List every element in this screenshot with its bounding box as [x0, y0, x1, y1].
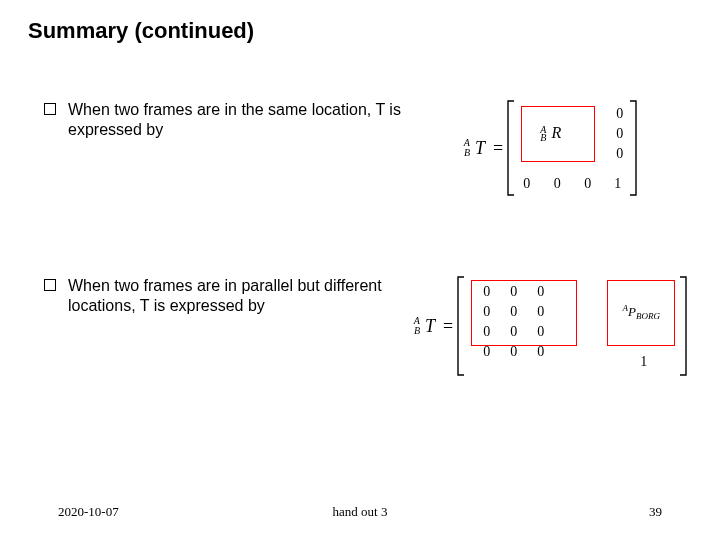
footer: 2020-10-07 hand out 3 39	[0, 504, 720, 520]
eq2-lhs: A B T	[413, 316, 435, 337]
left-bracket-icon	[507, 100, 515, 196]
right-bracket-icon	[679, 276, 687, 376]
eq1-one: 1	[614, 176, 621, 192]
eq2-P-sup: A	[622, 303, 628, 313]
eq1-z0: 0	[616, 104, 623, 124]
c: 0	[500, 322, 527, 342]
eq2-presub-B: B	[414, 325, 420, 336]
row-parallel: When two frames are in parallel but diff…	[28, 276, 692, 376]
eq1-matrix: ABR 0 0 0 0 0 0 1	[507, 100, 637, 196]
eq2-matrix: 000 000 000 000 APBORG 1	[457, 276, 687, 376]
eq1-presub-B: B	[464, 147, 470, 158]
eq1-zeros-column: 0 0 0	[616, 104, 623, 164]
slide: Summary (continued) When two frames are …	[0, 0, 720, 540]
bullet-1-text: When two frames are in the same location…	[68, 100, 408, 140]
c: 0	[473, 282, 500, 302]
eq1-R-presub: B	[540, 132, 546, 143]
equation-2: A B T = 000 000 000 000	[408, 276, 692, 376]
eq1-R-label: ABR	[539, 124, 561, 142]
eq2-P-label: APBORG	[609, 304, 673, 320]
eq1-z2: 0	[616, 144, 623, 164]
left-bracket-icon	[457, 276, 465, 376]
eq2-P: P	[628, 304, 636, 319]
eq1-lhs: A B T	[463, 138, 485, 159]
c: 0	[473, 342, 500, 362]
c: 0	[527, 342, 554, 362]
eq1-R: R	[551, 124, 561, 141]
c: 0	[500, 282, 527, 302]
equation-1: A B T = ABR 0 0 0 0	[408, 100, 692, 196]
right-bracket-icon	[629, 100, 637, 196]
bullet-box-icon	[44, 103, 56, 115]
eq2-T: T	[425, 316, 435, 337]
c: 0	[527, 282, 554, 302]
eq2-P-sub: BORG	[636, 311, 660, 321]
row-same-location: When two frames are in the same location…	[28, 100, 692, 196]
eq1-T: T	[475, 138, 485, 159]
bullet-2-text: When two frames are in parallel but diff…	[68, 276, 408, 316]
eq1-equals: =	[493, 138, 503, 159]
c: 0	[473, 322, 500, 342]
footer-date: 2020-10-07	[58, 504, 119, 520]
c: 0	[500, 342, 527, 362]
footer-handout: hand out 3	[333, 504, 388, 520]
eq1-zeros-row: 0 0 0	[523, 176, 601, 192]
eq2-one: 1	[640, 354, 647, 370]
c: 0	[527, 302, 554, 322]
bullet-2: When two frames are in parallel but diff…	[28, 276, 408, 316]
c: 0	[500, 302, 527, 322]
c: 0	[473, 302, 500, 322]
eq2-equals: =	[443, 316, 453, 337]
c: 0	[527, 322, 554, 342]
bullet-1: When two frames are in the same location…	[28, 100, 408, 140]
bullet-box-icon	[44, 279, 56, 291]
eq1-z1: 0	[616, 124, 623, 144]
slide-title: Summary (continued)	[28, 18, 692, 44]
footer-page: 39	[649, 504, 662, 520]
eq2-grid: 000 000 000 000	[473, 282, 554, 362]
